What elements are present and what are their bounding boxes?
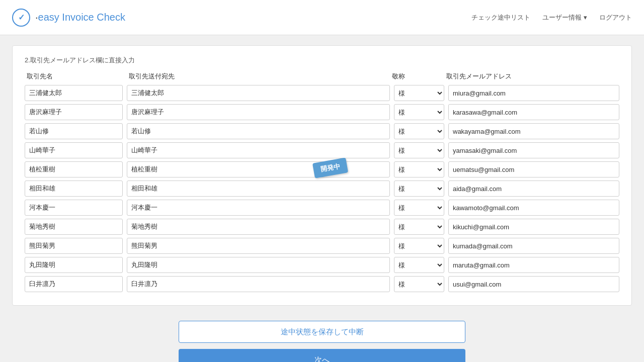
email-input[interactable]	[448, 200, 619, 216]
email-input[interactable]	[448, 123, 619, 139]
honorific-select[interactable]: 様御中殿先生	[394, 123, 444, 139]
email-input[interactable]	[448, 257, 619, 273]
name-input[interactable]	[25, 161, 123, 177]
table-row: 様御中殿先生	[25, 104, 619, 120]
table-body: 様御中殿先生様御中殿先生様御中殿先生様御中殿先生様御中殿先生様御中殿先生様御中殿…	[25, 85, 619, 292]
email-input[interactable]	[448, 238, 619, 254]
card: 2.取引先メールアドレス欄に直接入力 取引先名 取引先送付宛先 敬称 取引先メー…	[12, 45, 632, 306]
nav-links: チェック途中リスト ユーザー情報 ▾ ログアウト	[471, 13, 632, 22]
nav-logout[interactable]: ログアウト	[599, 13, 632, 22]
table-row: 様御中殿先生	[25, 238, 619, 254]
section-title: 2.取引先メールアドレス欄に直接入力	[25, 56, 619, 65]
next-button[interactable]: 次へ	[179, 349, 465, 362]
name-input[interactable]	[25, 219, 123, 235]
chevron-down-icon: ▾	[584, 14, 587, 21]
email-input[interactable]	[448, 142, 619, 158]
table-row: 様御中殿先生	[25, 219, 619, 235]
table-row: 様御中殿先生	[25, 257, 619, 273]
address-input[interactable]	[127, 180, 390, 197]
email-input[interactable]	[448, 219, 619, 235]
address-input[interactable]	[127, 257, 390, 273]
table-row: 様御中殿先生	[25, 276, 619, 292]
logo-icon: ✓	[12, 9, 30, 27]
col-honorific: 敬称	[392, 72, 442, 81]
save-pause-button[interactable]: 途中状態を保存して中断	[179, 321, 465, 343]
address-input[interactable]	[127, 276, 390, 292]
col-name: 取引先名	[27, 72, 125, 81]
name-input[interactable]	[25, 276, 123, 292]
email-input[interactable]	[448, 180, 619, 197]
table-row: 様御中殿先生	[25, 85, 619, 101]
email-input[interactable]	[448, 85, 619, 101]
address-input[interactable]	[127, 123, 390, 139]
email-input[interactable]	[448, 276, 619, 292]
honorific-select[interactable]: 様御中殿先生	[394, 219, 444, 235]
honorific-select[interactable]: 様御中殿先生	[394, 142, 444, 158]
address-input[interactable]	[127, 85, 390, 101]
col-address: 取引先送付宛先	[129, 72, 388, 81]
col-email: 取引先メールアドレス	[446, 72, 617, 81]
email-input[interactable]	[448, 161, 619, 177]
logo-text: ·easy Invoice Check	[35, 12, 125, 23]
email-input[interactable]	[448, 104, 619, 120]
honorific-select[interactable]: 様御中殿先生	[394, 180, 444, 197]
name-input[interactable]	[25, 257, 123, 273]
honorific-select[interactable]: 様御中殿先生	[394, 200, 444, 216]
name-input[interactable]	[25, 104, 123, 120]
honorific-select[interactable]: 様御中殿先生	[394, 85, 444, 101]
honorific-select[interactable]: 様御中殿先生	[394, 276, 444, 292]
table-header: 取引先名 取引先送付宛先 敬称 取引先メールアドレス	[25, 72, 619, 81]
honorific-select[interactable]: 様御中殿先生	[394, 104, 444, 120]
main-content: 2.取引先メールアドレス欄に直接入力 取引先名 取引先送付宛先 敬称 取引先メー…	[0, 35, 644, 362]
name-input[interactable]	[25, 142, 123, 158]
name-input[interactable]	[25, 200, 123, 216]
table-row: 様御中殿先生	[25, 142, 619, 158]
address-input[interactable]	[127, 161, 390, 177]
name-input[interactable]	[25, 85, 123, 101]
table-row: 様御中殿先生	[25, 161, 619, 177]
name-input[interactable]	[25, 238, 123, 254]
table-row: 様御中殿先生	[25, 180, 619, 197]
nav-user-info[interactable]: ユーザー情報 ▾	[542, 13, 587, 22]
table-row: 様御中殿先生	[25, 200, 619, 216]
address-input[interactable]	[127, 142, 390, 158]
address-input[interactable]	[127, 104, 390, 120]
header: ✓ ·easy Invoice Check チェック途中リスト ユーザー情報 ▾…	[0, 0, 644, 35]
logo-area: ✓ ·easy Invoice Check	[12, 9, 125, 27]
address-input[interactable]	[127, 200, 390, 216]
honorific-select[interactable]: 様御中殿先生	[394, 257, 444, 273]
table-row: 様御中殿先生	[25, 123, 619, 139]
address-input[interactable]	[127, 238, 390, 254]
button-area: 途中状態を保存して中断 次へ	[12, 321, 632, 362]
honorific-select[interactable]: 様御中殿先生	[394, 161, 444, 177]
address-input[interactable]	[127, 219, 390, 235]
name-input[interactable]	[25, 123, 123, 139]
honorific-select[interactable]: 様御中殿先生	[394, 238, 444, 254]
name-input[interactable]	[25, 180, 123, 197]
nav-checklist[interactable]: チェック途中リスト	[471, 13, 530, 22]
